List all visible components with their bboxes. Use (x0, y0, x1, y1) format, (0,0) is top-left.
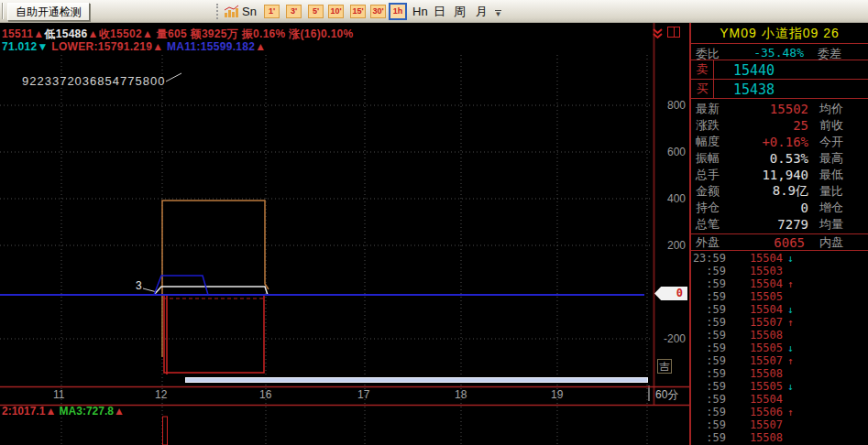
bid-row[interactable]: 买 15438 (691, 80, 868, 99)
chart-scrollbar[interactable] (185, 377, 648, 383)
split-window-icon[interactable] (667, 27, 680, 38)
x-axis-label-17: 17 (357, 388, 369, 401)
tick-row: :5915506↑ (691, 406, 868, 418)
self-check-button[interactable]: 自助开通检测 (7, 3, 90, 21)
x-axis-label-11: 11 (53, 388, 64, 401)
tick-row: :5915504↑ (691, 277, 868, 290)
period-button-hn[interactable]: Hn (412, 4, 428, 19)
overflow-value-annotation: 9223372036854775800 (22, 74, 165, 88)
bid-price[interactable]: 15438 (733, 81, 775, 98)
chart-period-label: 60分 (655, 387, 678, 403)
up-arrow-icon: ↑ (787, 278, 794, 290)
chart-info-line2: 71.012▼ LOWER:15791.219▲ MA11:15599.182▲ (2, 40, 266, 53)
tick-row: :5915507 (691, 418, 868, 431)
tick-row: :5915504 (691, 393, 868, 406)
trading-terminal: 自助开通检测 Sn 1' 3' 5' 10' 15' 30' 1h Hn 日 周… (0, 0, 868, 445)
x-axis-label-18: 18 (455, 388, 467, 401)
stat-row-volume: 总手 11,940 最低 (691, 167, 868, 183)
y-axis-label-400: 400 (654, 192, 686, 205)
period-button-1hour-selected[interactable]: 1h (389, 3, 407, 20)
y-axis-label-200: 200 (654, 239, 686, 252)
down-arrow-icon: ↓ (787, 304, 794, 316)
sub-indicator-line: 2:1017.1▲ MA3:727.8▲ (2, 405, 125, 418)
tick-row: :5915508 (691, 431, 868, 444)
chart-type-icon[interactable] (224, 5, 240, 22)
stat-row-change: 涨跌 25 前收 (691, 117, 868, 134)
bid-label: 买 (691, 80, 714, 98)
stat-row-last: 最新 15502 均价 (691, 101, 868, 117)
period-button-month[interactable]: 月 (476, 4, 488, 19)
tick-row: :5915505↓ (691, 380, 868, 393)
tick-row: :5915505 (691, 290, 868, 303)
stat-row-changepct: 幅度 +0.16% 今开 (691, 134, 868, 150)
period-button-3min[interactable]: 3' (286, 5, 302, 18)
y-axis-label-minus200: -200 (654, 332, 686, 345)
down-arrow-icon: ↓ (787, 253, 794, 265)
toolbar-separator (2, 3, 4, 19)
tick-row: :5915508 (691, 329, 868, 342)
period-button-day[interactable]: 日 (434, 4, 445, 19)
period-button-15min[interactable]: 15' (350, 5, 366, 18)
toolbar: 自助开通检测 Sn 1' 3' 5' 10' 15' 30' 1h Hn 日 周… (0, 0, 868, 23)
quote-panel: YM09 小道指09 26 委比 -35.48% 委差 卖 15440 买 15… (689, 23, 868, 445)
stat-row-openinterest: 持仓 0 增仓 (691, 200, 868, 216)
period-button-10min[interactable]: 10' (328, 5, 344, 18)
tick-list[interactable]: 23:5915504↓ :5915503 :5915504↑ :5915505 … (691, 251, 868, 444)
tick-row: :5915507↑ (691, 354, 868, 367)
stat-row-amplitude: 振幅 0.53% 最高 (691, 150, 868, 167)
up-arrow-icon: ↑ (787, 355, 794, 367)
corner-badge: 吉 (657, 359, 672, 374)
scroll-down-icon[interactable] (652, 27, 664, 43)
period-button-sn[interactable]: Sn (242, 4, 257, 19)
tick-row: 23:5915504↓ (691, 252, 868, 265)
tick-row: :5915508 (691, 367, 868, 380)
weibi-row: 委比 -35.48% 委差 (691, 44, 868, 60)
toolbar-grip-handle[interactable] (216, 4, 219, 19)
waipan-row: 外盘 6065 内盘 (691, 234, 868, 251)
period-button-1min[interactable]: 1' (264, 5, 280, 18)
up-arrow-icon: ↑ (787, 317, 794, 329)
weibi-value: -35.48% (717, 46, 804, 60)
tick-row: :5915504↓ (691, 303, 868, 316)
tick-row: :5915507↑ (691, 316, 868, 329)
x-axis-label-19: 19 (551, 388, 563, 401)
quote-stats: 最新 15502 均价 涨跌 25 前收 幅度 +0.16% 今开 振幅 0.5… (691, 99, 868, 234)
period-button-5min[interactable]: 5' (308, 5, 324, 18)
y-axis-label-600: 600 (654, 146, 686, 158)
contract-title[interactable]: YM09 小道指09 26 (691, 23, 868, 44)
up-arrow-icon: ↑ (787, 407, 794, 418)
down-arrow-icon: ↓ (787, 342, 794, 354)
period-button-30min[interactable]: 30' (370, 5, 386, 18)
x-axis-label-16: 16 (259, 388, 271, 401)
ask-row[interactable]: 卖 15440 (691, 60, 868, 80)
tick-row: :5915503 (691, 265, 868, 277)
ask-price[interactable]: 15440 (733, 62, 775, 79)
period-button-week[interactable]: 周 (454, 4, 466, 19)
count-annotation: 3 (136, 279, 142, 292)
x-axis-label-12: 12 (155, 388, 167, 401)
ask-label: 卖 (691, 60, 714, 79)
toolbar-overflow-icon[interactable]: ▼ (493, 9, 503, 20)
stat-row-trades: 总笔 7279 均量 (691, 216, 868, 233)
current-value-pointer: 0 (654, 287, 687, 300)
stat-row-turnover: 金额 8.9亿 量比 (691, 183, 868, 200)
y-axis-label-800: 800 (654, 99, 686, 112)
down-arrow-icon: ↓ (787, 381, 794, 393)
tick-row: :5915505↓ (691, 342, 868, 354)
